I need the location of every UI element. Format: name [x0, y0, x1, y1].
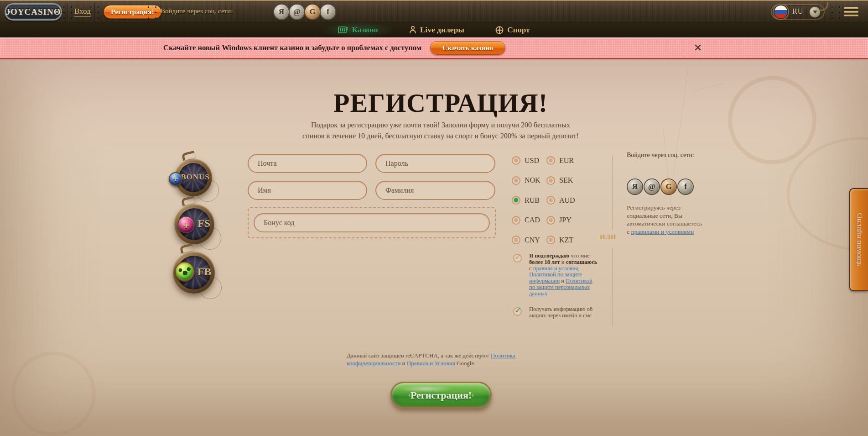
chevron-down-icon — [813, 11, 817, 14]
age-terms-checkbox-row: ✓ Я подтверждаю что мне более 18 лет и с… — [511, 253, 598, 297]
brass-arm-decoration — [179, 243, 193, 253]
promo-optin-text: Получать информацию об акциях через имей… — [529, 306, 598, 319]
subtitle: Подарок за регистрацию уже почти твой! З… — [240, 120, 641, 142]
sport-wheel-icon — [495, 26, 504, 34]
check-icon: ✓ — [515, 252, 522, 262]
currency-usd[interactable]: USD — [512, 156, 546, 165]
currency-jpy[interactable]: JPY — [546, 216, 585, 225]
yandex-icon[interactable]: Я — [274, 5, 289, 19]
facebook-icon[interactable]: f — [678, 179, 693, 194]
online-help-tab[interactable]: Онлайн помощь — [849, 188, 868, 291]
dealer-person-icon — [409, 26, 416, 34]
freebet-badge: FB — [173, 252, 215, 294]
register-button[interactable]: Регистрация! — [104, 5, 161, 19]
bonus-code-field[interactable] — [254, 213, 490, 232]
currency-kzt[interactable]: KZT — [546, 236, 585, 244]
radio-icon — [512, 236, 520, 244]
tab-casino[interactable]: Казино — [333, 25, 382, 35]
freespins-badge: FS + — [174, 204, 214, 244]
bonus-orb-icon: + — [169, 172, 182, 186]
coffee-stain-decoration — [11, 352, 96, 436]
language-dropdown-arrow[interactable] — [809, 6, 821, 18]
currency-cny[interactable]: CNY — [512, 236, 546, 244]
check-icon: ✓ — [515, 305, 522, 315]
google-icon[interactable]: G — [661, 179, 676, 194]
language-code: RU — [792, 7, 803, 16]
joycasino-logo[interactable]: JOYCASINO — [5, 3, 62, 21]
vertical-divider — [612, 248, 613, 327]
close-icon[interactable]: ✕ — [691, 42, 704, 54]
topbar-divider — [68, 3, 68, 21]
radio-icon — [512, 216, 520, 225]
or-label: ИЛИ — [600, 233, 616, 241]
mail-ru-icon[interactable]: @ — [290, 5, 304, 19]
right-arrow-icon: › — [472, 383, 474, 407]
password-field[interactable] — [375, 154, 495, 173]
currency-selector: USD EUR NOK SEK RUB AUD CAD JPY CNY KZT — [512, 151, 585, 250]
radio-icon — [546, 156, 555, 165]
registration-section: РЕГИСТРАЦИЯ! Подарок за регистрацию уже … — [0, 59, 868, 436]
google-terms-link[interactable]: Правила и Условия — [407, 360, 455, 367]
vertical-divider — [612, 155, 613, 230]
sketch-line-decoration — [694, 83, 725, 91]
age-terms-text: Я подтверждаю что мне более 18 лет и сог… — [529, 253, 598, 297]
mail-ru-icon[interactable]: @ — [645, 179, 659, 194]
currency-nok[interactable]: NOK — [512, 176, 546, 185]
recaptcha-notice: Данный сайт защищен reCAPTCHA, а так же … — [347, 352, 522, 367]
submit-registration-button[interactable]: ‹ Регистрация! › — [390, 382, 492, 408]
russian-flag-icon — [774, 5, 787, 18]
email-field[interactable] — [248, 154, 367, 173]
radio-selected-icon — [512, 196, 520, 205]
topbar-divider — [152, 3, 152, 21]
coffee-stain-decoration — [728, 76, 816, 164]
facebook-icon[interactable]: f — [321, 5, 335, 19]
rivet-icon — [9, 11, 10, 13]
currency-cad[interactable]: CAD — [512, 216, 546, 225]
brass-arm-decoration — [181, 196, 195, 206]
promo-optin-checkbox-row: ✓ Получать информацию об акциях через им… — [511, 306, 598, 319]
radio-icon — [546, 176, 555, 185]
currency-rub[interactable]: RUB — [512, 196, 546, 205]
social-login-heading: Войдите через соц. сети: — [627, 151, 695, 159]
radio-icon — [546, 196, 555, 205]
radio-icon — [512, 156, 520, 165]
social-login-buttons: Я @ G f — [628, 179, 693, 194]
download-casino-button[interactable]: Скачать казино — [430, 41, 505, 55]
slot-machine-icon — [338, 26, 348, 34]
last-name-field[interactable] — [375, 181, 495, 200]
currency-sek[interactable]: SEK — [546, 176, 585, 185]
social-terms-link[interactable]: правилами и условиями — [631, 228, 694, 235]
social-login-label: Войдите через соц. сети: — [161, 7, 233, 15]
google-icon[interactable]: G — [305, 5, 320, 19]
currency-eur[interactable]: EUR — [546, 156, 585, 165]
social-login-note: Регистрируясь через социальные сети, Вы … — [627, 204, 705, 236]
tab-sport[interactable]: Спорт — [491, 25, 535, 35]
terms-link[interactable]: правила и условия — [533, 265, 578, 272]
radio-icon — [512, 176, 520, 185]
banner-text: Скачайте новый Windows клиент казино и з… — [163, 37, 421, 58]
first-name-field[interactable] — [248, 181, 367, 200]
rivet-icon — [56, 11, 58, 13]
freespins-orb-icon: + — [177, 216, 195, 233]
checkbox[interactable]: ✓ — [513, 254, 522, 263]
radio-icon — [546, 236, 555, 244]
yandex-icon[interactable]: Я — [628, 179, 642, 194]
main-nav: Казино Live дилеры Спорт — [0, 22, 868, 37]
sketch-line-decoration — [671, 69, 688, 187]
currency-aud[interactable]: AUD — [546, 196, 585, 205]
logo-text: JOYCASINO — [6, 7, 61, 17]
topbar-divider — [94, 3, 95, 21]
radio-icon — [546, 216, 555, 225]
football-orb-icon — [175, 262, 195, 282]
checkbox[interactable]: ✓ — [513, 307, 522, 316]
login-link[interactable]: Вход — [74, 7, 91, 17]
joycasino-registration-page: JOYCASINO Вход Регистрация! Войдите чере… — [0, 0, 868, 436]
tab-live-dealers[interactable]: Live дилеры — [405, 25, 469, 35]
bonus-badge: BONUS + — [175, 159, 212, 196]
hamburger-menu-icon[interactable] — [844, 7, 858, 18]
top-bar: JOYCASINO Вход Регистрация! Войдите чере… — [0, 0, 868, 22]
page-title: РЕГИСТРАЦИЯ! — [258, 88, 623, 118]
download-client-banner: Скачайте новый Windows клиент казино и з… — [0, 37, 868, 59]
brass-arm-decoration — [181, 151, 195, 161]
topbar-divider — [836, 3, 836, 21]
